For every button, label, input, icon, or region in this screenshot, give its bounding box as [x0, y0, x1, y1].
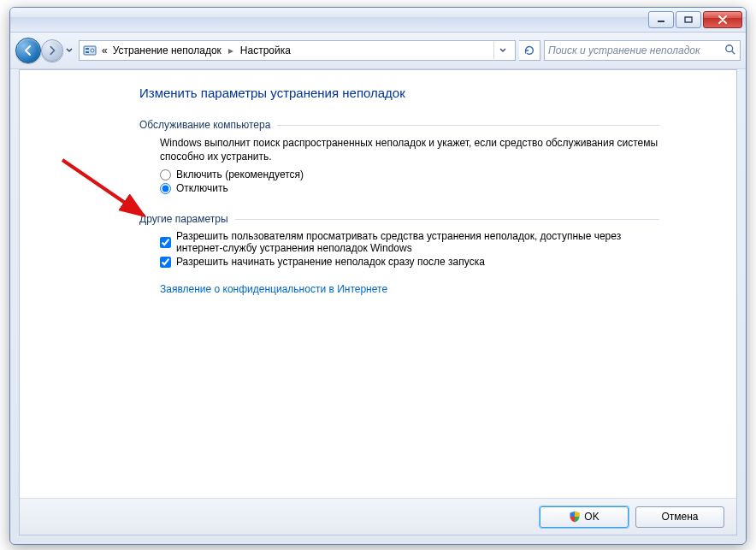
ok-button[interactable]: OK — [540, 506, 629, 528]
group-maintenance-header: Обслуживание компьютера — [139, 119, 659, 131]
group-maintenance-title: Обслуживание компьютера — [139, 119, 270, 131]
nav-history-dropdown[interactable] — [63, 42, 75, 59]
forward-arrow-icon — [47, 45, 57, 56]
group-other-header: Другие параметры — [139, 213, 659, 225]
radio-disable-input[interactable] — [160, 183, 171, 194]
svg-line-7 — [732, 50, 735, 54]
chevron-down-icon — [499, 48, 506, 53]
refresh-icon — [523, 44, 535, 56]
group-maintenance-desc: Windows выполнит поиск распространенных … — [160, 136, 659, 163]
cancel-button-label: Отмена — [661, 511, 698, 523]
search-input[interactable]: Поиск и устранение неполадок — [544, 40, 741, 61]
page-title: Изменить параметры устранения неполадок — [139, 86, 659, 100]
search-placeholder: Поиск и устранение неполадок — [548, 44, 700, 56]
svg-rect-0 — [658, 21, 664, 22]
back-button[interactable] — [15, 38, 41, 63]
radio-disable-label: Отключить — [176, 182, 228, 194]
svg-point-5 — [91, 49, 94, 52]
chevron-down-icon — [66, 48, 73, 53]
close-icon — [718, 15, 728, 24]
address-bar[interactable]: « Устранение неполадок ▸ Настройка — [79, 40, 516, 61]
forward-button[interactable] — [41, 39, 63, 62]
svg-rect-3 — [86, 48, 89, 50]
uac-shield-icon — [569, 511, 581, 523]
checkbox-online-troubleshooters-label: Разрешить пользователям просматривать ср… — [176, 230, 659, 254]
checkbox-start-immediately[interactable]: Разрешить начинать устранение неполадок … — [160, 256, 659, 268]
nav-row: « Устранение неполадок ▸ Настройка Поиск… — [10, 33, 746, 69]
checkbox-start-immediately-label: Разрешить начинать устранение неполадок … — [176, 256, 485, 268]
window: « Устранение неполадок ▸ Настройка Поиск… — [9, 7, 747, 545]
radio-enable-input[interactable] — [160, 169, 171, 180]
divider — [235, 219, 659, 220]
search-icon — [724, 44, 736, 58]
maximize-button[interactable] — [676, 11, 701, 28]
privacy-link[interactable]: Заявление о конфиденциальности в Интерне… — [160, 283, 387, 295]
content: Изменить параметры устранения неполадок … — [20, 70, 736, 498]
group-maintenance: Обслуживание компьютера Windows выполнит… — [139, 119, 659, 194]
divider — [277, 125, 659, 126]
checkbox-start-immediately-input[interactable] — [160, 257, 171, 268]
breadcrumb-troubleshooting[interactable]: Устранение неполадок — [113, 44, 221, 56]
maximize-icon — [684, 16, 693, 23]
refresh-button[interactable] — [519, 40, 540, 61]
minimize-icon — [657, 16, 665, 23]
content-panel: Изменить параметры устранения неполадок … — [19, 69, 737, 535]
radio-enable[interactable]: Включить (рекомендуется) — [160, 169, 659, 180]
checkbox-online-troubleshooters[interactable]: Разрешить пользователям просматривать ср… — [160, 230, 659, 254]
address-dropdown[interactable] — [493, 42, 511, 59]
breadcrumb-settings[interactable]: Настройка — [240, 44, 291, 56]
checkbox-online-troubleshooters-input[interactable] — [160, 237, 171, 248]
group-other-title: Другие параметры — [139, 213, 228, 225]
radio-disable[interactable]: Отключить — [160, 182, 659, 194]
close-button[interactable] — [703, 11, 742, 28]
svg-rect-4 — [86, 51, 89, 53]
svg-line-8 — [62, 160, 144, 216]
minimize-button[interactable] — [648, 11, 674, 28]
radio-enable-label: Включить (рекомендуется) — [176, 169, 304, 180]
control-panel-icon — [83, 44, 97, 57]
cancel-button[interactable]: Отмена — [635, 506, 724, 528]
back-arrow-icon — [22, 44, 34, 56]
titlebar — [10, 8, 746, 33]
group-other: Другие параметры Разрешить пользователям… — [139, 213, 659, 295]
button-bar: OK Отмена — [20, 498, 736, 535]
ok-button-label: OK — [584, 511, 599, 523]
breadcrumb-separator: ▸ — [228, 44, 233, 56]
svg-point-6 — [726, 44, 733, 51]
nav-buttons — [15, 38, 75, 63]
breadcrumb-prefix: « — [102, 44, 108, 56]
svg-rect-1 — [685, 17, 692, 22]
